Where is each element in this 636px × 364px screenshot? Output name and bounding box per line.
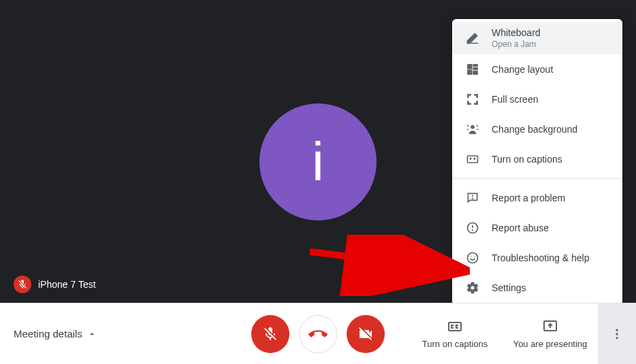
menu-label: Report a problem [492,193,565,203]
menu-item-settings[interactable]: Settings [452,273,622,303]
captions-label: Turn on captions [422,339,488,349]
feedback-icon [464,190,481,206]
more-vert-icon [610,327,624,341]
svg-point-10 [616,329,618,331]
meeting-details-button[interactable]: Meeting details [0,328,97,340]
bottom-bar: Meeting details Turn on captions You are… [0,303,636,364]
call-controls [251,315,385,353]
captions-icon [464,151,481,167]
participant-avatar: i [259,103,377,220]
svg-rect-8 [449,322,461,331]
svg-point-11 [616,333,618,335]
background-icon [464,121,481,137]
more-options-menu: Whiteboard Open a Jam Change layout Full… [452,19,622,305]
menu-label: Whiteboard [492,27,541,38]
menu-label: Change background [492,124,577,135]
chevron-up-icon [86,329,97,340]
captions-icon [447,318,463,335]
avatar-initial: i [312,131,324,193]
menu-label: Change layout [492,64,553,75]
camera-off-button[interactable] [347,315,385,353]
more-options-button[interactable] [598,303,636,364]
svg-rect-1 [468,156,478,163]
participant-chip: iPhone 7 Test [14,276,96,293]
mic-off-icon [262,326,279,342]
camera-off-icon [357,326,374,342]
menu-item-report-abuse[interactable]: Report abuse [452,213,622,243]
menu-label: Report abuse [492,222,549,233]
menu-item-full-screen[interactable]: Full screen [452,84,622,114]
menu-item-report-problem[interactable]: Report a problem [452,183,622,213]
menu-label: Troubleshooting & help [492,252,589,263]
menu-sublabel: Open a Jam [492,39,541,49]
captions-toggle[interactable]: Turn on captions [407,303,503,364]
menu-label: Settings [492,282,526,293]
menu-item-change-background[interactable]: Change background [452,114,622,144]
pencil-icon [464,30,481,46]
present-button[interactable]: You are presenting [503,303,598,364]
fullscreen-icon [464,91,481,107]
mute-mic-button[interactable] [251,315,289,353]
menu-item-whiteboard[interactable]: Whiteboard Open a Jam [452,22,622,54]
troubleshoot-icon [464,250,481,266]
svg-point-2 [472,198,473,199]
present-label: You are presenting [513,339,588,349]
report-abuse-icon [464,220,481,236]
gear-icon [464,280,481,296]
meeting-details-label: Meeting details [14,328,82,340]
menu-label: Full screen [492,94,538,105]
svg-point-12 [616,337,618,339]
mic-muted-icon [14,276,31,293]
hangup-icon [308,325,328,344]
svg-point-4 [472,230,473,231]
menu-label: Turn on captions [492,154,562,165]
menu-divider [452,178,622,179]
layout-icon [464,61,481,78]
participant-name: iPhone 7 Test [38,279,96,290]
bottom-bar-right: Turn on captions You are presenting [407,303,636,364]
menu-item-change-layout[interactable]: Change layout [452,54,622,84]
menu-item-captions[interactable]: Turn on captions [452,144,622,174]
hangup-button[interactable] [299,315,337,353]
menu-item-troubleshooting[interactable]: Troubleshooting & help [452,243,622,273]
svg-point-5 [468,253,478,263]
present-icon [542,318,558,335]
svg-point-0 [471,125,475,129]
